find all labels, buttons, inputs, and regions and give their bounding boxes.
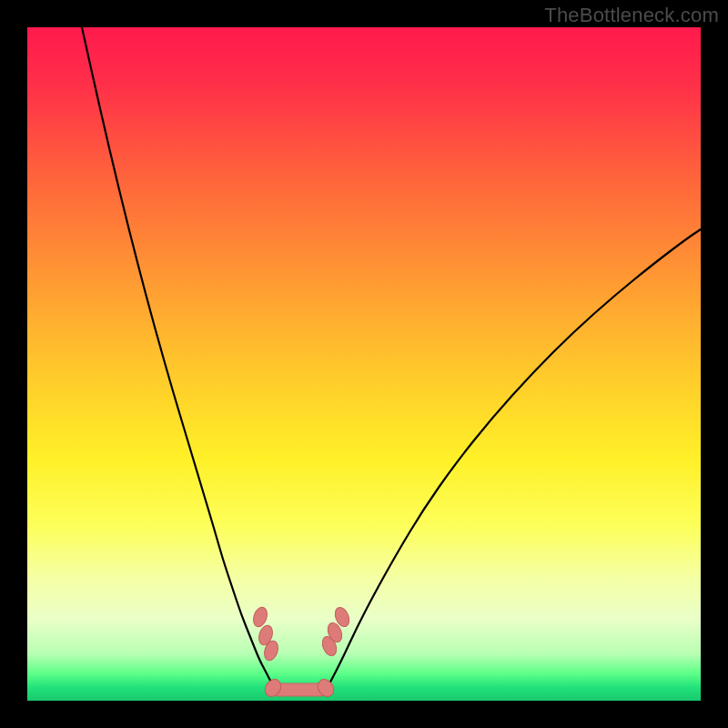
curve-left-curve	[82, 27, 282, 694]
marker-left-0	[251, 605, 269, 628]
chart-frame: TheBottleneck.com	[0, 0, 728, 728]
plot-area	[27, 27, 701, 701]
watermark-text: TheBottleneck.com	[544, 4, 719, 27]
curve-right-curve	[323, 229, 701, 694]
chart-svg	[27, 27, 701, 701]
